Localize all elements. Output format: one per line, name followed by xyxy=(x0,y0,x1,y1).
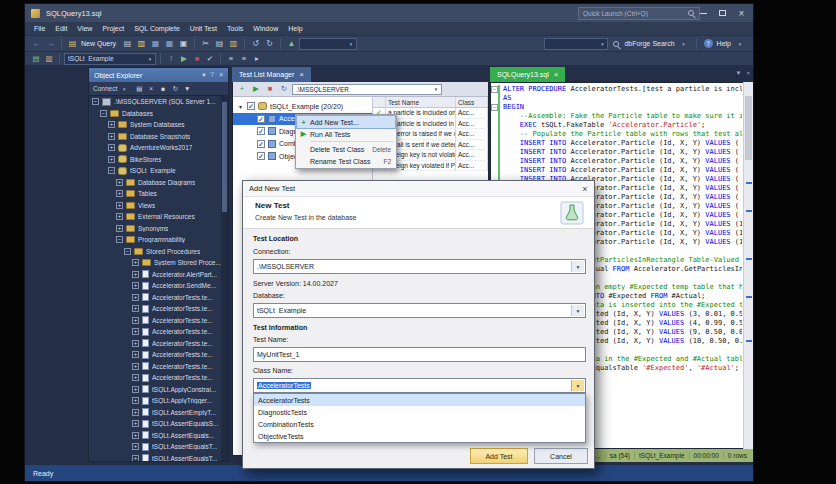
oe-node-acceleratortests-te[interactable]: +AcceleratorTests.te... xyxy=(89,338,221,350)
oe-node-database-diagrams[interactable]: +Database Diagrams xyxy=(89,177,221,189)
expand-icon[interactable]: + xyxy=(132,271,139,278)
menu-tools[interactable]: Tools xyxy=(222,22,248,35)
redo-icon[interactable]: ↻ xyxy=(263,37,276,50)
debug-icon[interactable]: ▶ xyxy=(178,53,190,65)
oe-node-views[interactable]: +Views xyxy=(89,200,221,212)
maximize-button[interactable] xyxy=(713,4,732,22)
scrollbar-thumb[interactable] xyxy=(222,102,227,212)
stop-icon[interactable]: ■ xyxy=(158,83,168,94)
disconnect-icon[interactable]: × xyxy=(146,83,156,94)
cancel-button[interactable]: Cancel xyxy=(534,448,588,464)
search-scope-combo[interactable]: ▾ xyxy=(544,38,608,50)
expand-icon[interactable]: + xyxy=(108,144,115,151)
collapse-icon[interactable]: − xyxy=(92,98,99,105)
oe-node-tsqlt-applyconstrai[interactable]: +tSQLt.ApplyConstrai... xyxy=(89,384,221,396)
test-class-tsqlt-example-20-20[interactable]: ▾✓tSQLt_Example (20/20) xyxy=(233,100,372,113)
indent-icon[interactable]: ▸ xyxy=(251,53,263,65)
context-rename-test-class[interactable]: Rename Test ClassF2 xyxy=(297,155,395,167)
class-option-diagnostictests[interactable]: DiagnosticTests xyxy=(254,406,585,418)
change-connection-icon[interactable]: ▥ xyxy=(43,53,55,65)
oe-node-acceleratortests-te[interactable]: +AcceleratorTests.te... xyxy=(89,292,221,304)
parse-icon[interactable]: ✔ xyxy=(204,53,216,65)
execute-icon[interactable]: ! xyxy=(165,53,177,65)
minimize-button[interactable] xyxy=(694,4,713,22)
menu-unit-test[interactable]: Unit Test xyxy=(185,22,222,35)
class-option-acceleratortests[interactable]: AcceleratorTests xyxy=(254,394,585,406)
expand-icon[interactable]: + xyxy=(132,432,139,439)
fold-marker[interactable]: − xyxy=(491,86,498,93)
expand-icon[interactable]: + xyxy=(132,351,139,358)
collapse-icon[interactable]: − xyxy=(116,236,123,243)
tab-sqlquery13[interactable]: SQLQuery13.sql × xyxy=(490,67,565,82)
save-icon[interactable]: ▦ xyxy=(149,37,162,50)
checkbox[interactable]: ✓ xyxy=(257,140,265,148)
uncomment-icon[interactable]: ≡ xyxy=(238,53,250,65)
collapse-triangle-icon[interactable]: ▾ xyxy=(237,103,244,110)
expand-icon[interactable]: + xyxy=(132,340,139,347)
print-icon[interactable]: ▣ xyxy=(177,37,190,50)
oe-node-tsqlt-assertequals[interactable]: +tSQLt.AssertEquals... xyxy=(89,430,221,442)
dialog-title-bar[interactable]: Add New Test xyxy=(243,181,594,197)
collapse-icon[interactable]: − xyxy=(108,167,115,174)
oe-node-acceleratortests-te[interactable]: +AcceleratorTests.te... xyxy=(89,315,221,327)
editor-scrollbar[interactable] xyxy=(743,82,753,449)
expand-icon[interactable]: + xyxy=(132,409,139,416)
expand-icon[interactable]: + xyxy=(132,363,139,370)
menu-project[interactable]: Project xyxy=(97,22,129,35)
class-option-combinationtests[interactable]: CombinationTests xyxy=(254,418,585,430)
oe-node-acceleratortests-te[interactable]: +AcceleratorTests.te... xyxy=(89,326,221,338)
oe-node-programmability[interactable]: −Programmability xyxy=(89,234,221,246)
checkbox[interactable]: ✓ xyxy=(257,152,265,160)
run-tests-icon[interactable]: ▶ xyxy=(250,83,262,95)
oe-node-tsqlt-assertemptyt[interactable]: +tSQLt.AssertEmptyT... xyxy=(89,407,221,419)
chevron-down-icon[interactable]: ▾ xyxy=(679,41,689,47)
undo-icon[interactable]: ↺ xyxy=(249,37,262,50)
oe-node-bikestores[interactable]: +BikeStores xyxy=(89,154,221,166)
connect-database-icon[interactable]: ▤ xyxy=(30,53,42,65)
checkbox[interactable]: ✓ xyxy=(257,127,265,135)
expand-icon[interactable]: + xyxy=(116,213,123,220)
column-header-test-name[interactable]: Test Name xyxy=(386,97,456,107)
oe-node-tsqlt-assertequalss[interactable]: +tSQLt.AssertEqualsS... xyxy=(89,418,221,430)
checkbox[interactable]: ✓ xyxy=(247,102,255,110)
expand-icon[interactable]: + xyxy=(132,294,139,301)
context-add-new-test[interactable]: +Add New Test... xyxy=(297,116,395,128)
oe-node-system-stored-proce[interactable]: +System Stored Proce... xyxy=(89,257,221,269)
oe-node-acceleratortests-te[interactable]: +AcceleratorTests.te... xyxy=(89,372,221,384)
test-name-input[interactable]: MyUnitTest_1 xyxy=(253,347,586,362)
expand-icon[interactable]: + xyxy=(132,328,139,335)
oe-node-accelerator-alertpart[interactable]: +Accelerator.AlertPart... xyxy=(89,269,221,281)
oe-node-databases[interactable]: −Databases xyxy=(89,108,221,120)
close-icon[interactable]: × xyxy=(219,71,223,79)
oe-node-mssqlserver-sql-server-1[interactable]: −.\MSSQLSERVER (SQL Server 1... xyxy=(89,96,221,108)
expand-icon[interactable]: + xyxy=(108,133,115,140)
menu-view[interactable]: View xyxy=(72,22,97,35)
oe-node-tsqlt-applytrigger[interactable]: +tSQLt.ApplyTrigger... xyxy=(89,395,221,407)
chevron-down-icon[interactable]: ▼ xyxy=(571,305,584,316)
fold-marker[interactable]: − xyxy=(491,104,498,111)
expand-icon[interactable]: + xyxy=(132,443,139,450)
scrollbar-thumb[interactable] xyxy=(745,96,752,160)
add-new-test-icon[interactable]: + xyxy=(236,83,248,95)
collapse-icon[interactable]: − xyxy=(100,110,107,117)
chevron-down-icon[interactable]: ▼ xyxy=(571,380,584,391)
object-explorer-header[interactable]: Object Explorer ▾ ⊤ × xyxy=(89,68,228,82)
filter-icon[interactable]: ▼ xyxy=(182,83,192,94)
refresh-icon[interactable]: ↻ xyxy=(170,83,180,94)
save-all-icon[interactable]: ▦ xyxy=(163,37,176,50)
add-test-button[interactable]: Add Test xyxy=(470,448,528,464)
new-file-icon[interactable]: ▤ xyxy=(121,37,134,50)
menu-file[interactable]: File xyxy=(29,22,50,35)
expand-icon[interactable]: + xyxy=(132,374,139,381)
database-combo[interactable]: tSQLt_Example▾ xyxy=(64,53,156,65)
close-icon[interactable]: × xyxy=(554,71,559,79)
collapse-icon[interactable]: − xyxy=(124,248,131,255)
document-list-icon[interactable]: ▼ xyxy=(736,70,742,76)
dialog-close-button[interactable]: × xyxy=(576,181,594,196)
database-combo[interactable]: tSQLt_Example ▼ xyxy=(253,303,586,318)
oe-node-stored-procedures[interactable]: −Stored Procedures xyxy=(89,246,221,258)
comment-out-icon[interactable]: ≡ xyxy=(225,53,237,65)
menu-sql-complete[interactable]: SQL Complete xyxy=(129,22,185,35)
connect-icon[interactable]: ▤ xyxy=(134,83,144,94)
open-file-icon[interactable]: ▥ xyxy=(135,37,148,50)
